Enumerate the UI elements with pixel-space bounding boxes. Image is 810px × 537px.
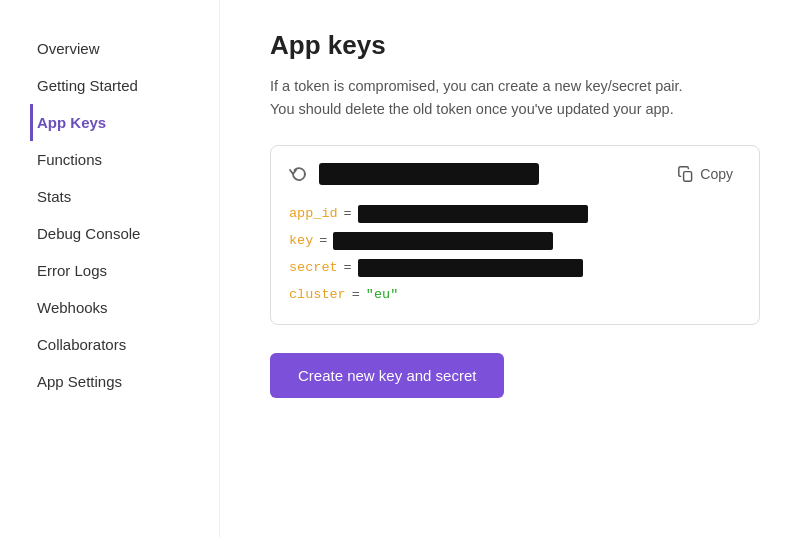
code-cluster-equals: = [352,281,360,308]
code-line-key: key = [289,227,741,254]
code-secret-key: secret [289,254,338,281]
token-header: Copy [289,162,741,186]
sidebar-item-overview[interactable]: Overview [30,30,219,67]
code-line-appid: app_id = [289,200,741,227]
description-line2: You should delete the old token once you… [270,101,674,117]
code-cluster-value: "eu" [366,281,398,308]
main-content: App keys If a token is compromised, you … [220,0,810,537]
code-appid-equals: = [344,200,352,227]
sidebar-item-app-keys[interactable]: App Keys [30,104,219,141]
page-title: App keys [270,30,760,61]
sidebar-item-webhooks[interactable]: Webhooks [30,289,219,326]
code-key-key: key [289,227,313,254]
sidebar-item-functions[interactable]: Functions [30,141,219,178]
copy-label: Copy [700,166,733,182]
sidebar: OverviewGetting StartedApp KeysFunctions… [0,0,220,537]
copy-button[interactable]: Copy [670,162,741,186]
sidebar-item-getting-started[interactable]: Getting Started [30,67,219,104]
description-line1: If a token is compromised, you can creat… [270,78,683,94]
token-header-left [289,163,539,185]
code-line-cluster: cluster = "eu" [289,281,741,308]
code-key-equals: = [319,227,327,254]
code-secret-value [358,259,583,277]
code-appid-value [358,205,588,223]
copy-icon [678,166,694,182]
sidebar-item-stats[interactable]: Stats [30,178,219,215]
token-value [319,163,539,185]
token-card: Copy app_id = key = secret = cluster = [270,145,760,325]
description: If a token is compromised, you can creat… [270,75,760,121]
sidebar-item-app-settings[interactable]: App Settings [30,363,219,400]
sidebar-item-debug-console[interactable]: Debug Console [30,215,219,252]
code-cluster-key: cluster [289,281,346,308]
create-new-key-button[interactable]: Create new key and secret [270,353,504,398]
sidebar-item-error-logs[interactable]: Error Logs [30,252,219,289]
sidebar-item-collaborators[interactable]: Collaborators [30,326,219,363]
code-secret-equals: = [344,254,352,281]
code-line-secret: secret = [289,254,741,281]
svg-rect-0 [684,172,692,182]
code-block: app_id = key = secret = cluster = "eu" [289,200,741,308]
refresh-icon [289,164,309,184]
code-appid-key: app_id [289,200,338,227]
code-key-value [333,232,553,250]
